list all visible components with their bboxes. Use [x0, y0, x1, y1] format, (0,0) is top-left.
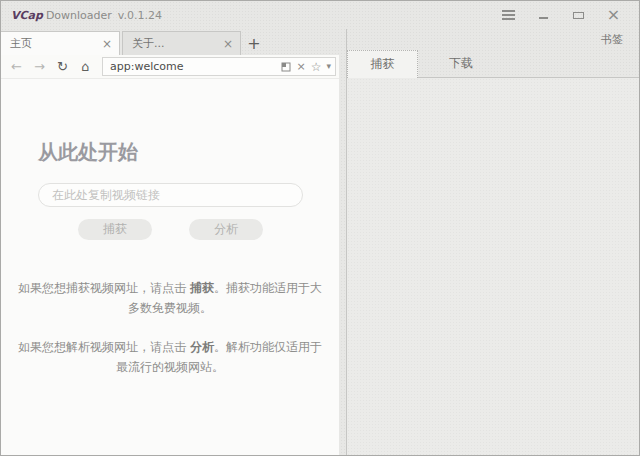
maximize-icon [573, 12, 584, 19]
page-viewport: 从此处开始 捕获 分析 如果您想捕获视频网址，请点击 捕获。捕获功能适用于大多数… [1, 79, 339, 455]
window-controls: × [491, 4, 631, 26]
refresh-icon: ↻ [57, 59, 68, 74]
navigation-bar: ← → ↻ ⌂ × ☆ ▾ [1, 55, 339, 79]
clear-address-icon[interactable]: × [296, 61, 305, 72]
menu-button[interactable] [491, 4, 526, 26]
side-panel: 书签 捕获 下载 [347, 29, 639, 455]
title-bar: VCapDownloaderv.0.1.24 × [1, 1, 639, 29]
panel-tab-capture-label: 捕获 [371, 56, 395, 73]
plus-icon: + [247, 34, 260, 53]
panel-tab-bar: 捕获 下载 [347, 49, 639, 78]
tab-home-close-icon[interactable]: × [102, 38, 112, 50]
app-title: VCapDownloaderv.0.1.24 [11, 9, 162, 22]
panel-tab-download[interactable]: 下载 [426, 49, 496, 77]
pane-splitter[interactable] [339, 29, 347, 455]
bookmarks-row: 书签 [347, 29, 639, 49]
browser-tab-bar: 主页 × 关于... × + [1, 29, 339, 55]
help-analyze-keyword: 分析 [190, 340, 214, 354]
help-paragraph-capture: 如果您想捕获视频网址，请点击 捕获。捕获功能适用于大多数免费视频。 [14, 278, 326, 318]
capture-button[interactable]: 捕获 [78, 219, 152, 240]
forward-icon: → [34, 59, 45, 74]
close-button[interactable]: × [596, 4, 631, 26]
help-analyze-before: 如果您想解析视频网址，请点击 [18, 340, 190, 354]
bookmark-star-icon[interactable]: ☆ [311, 61, 322, 73]
video-link-input[interactable] [38, 183, 303, 207]
help-capture-before: 如果您想捕获视频网址，请点击 [18, 281, 190, 295]
page-title: 从此处开始 [38, 139, 339, 166]
back-button[interactable]: ← [5, 57, 28, 77]
new-tab-button[interactable]: + [241, 31, 267, 55]
home-icon: ⌂ [81, 59, 89, 74]
hamburger-icon [502, 14, 515, 16]
analyze-button[interactable]: 分析 [189, 219, 263, 240]
help-capture-keyword: 捕获 [190, 281, 214, 295]
back-icon: ← [11, 59, 22, 74]
main-area: 主页 × 关于... × + ← → ↻ ⌂ [1, 29, 639, 455]
tab-about-close-icon[interactable]: × [223, 38, 233, 50]
help-text: 如果您想捕获视频网址，请点击 捕获。捕获功能适用于大多数免费视频。 如果您想解析… [1, 278, 339, 377]
app-version: v.0.1.24 [118, 9, 162, 22]
minimize-button[interactable] [526, 4, 561, 26]
app-name: Downloader [46, 9, 112, 22]
tab-home[interactable]: 主页 × [1, 31, 120, 55]
app-window: VCapDownloaderv.0.1.24 × 主页 × 关于... × + [0, 0, 640, 456]
maximize-button[interactable] [561, 4, 596, 26]
browser-pane: 主页 × 关于... × + ← → ↻ ⌂ [1, 29, 339, 455]
tab-about-label: 关于... [132, 36, 165, 51]
home-button[interactable]: ⌂ [74, 57, 97, 77]
tab-home-label: 主页 [10, 36, 32, 51]
bookmarks-button[interactable]: 书签 [601, 32, 623, 47]
save-page-icon[interactable] [281, 62, 291, 72]
capture-list-panel [347, 78, 639, 455]
forward-button[interactable]: → [28, 57, 51, 77]
close-icon: × [607, 7, 620, 23]
refresh-button[interactable]: ↻ [51, 57, 74, 77]
minimize-icon [539, 17, 548, 19]
welcome-content: 从此处开始 捕获 分析 如果您想捕获视频网址，请点击 捕获。捕获功能适用于大多数… [1, 79, 339, 377]
help-paragraph-analyze: 如果您想解析视频网址，请点击 分析。解析功能仅适用于最流行的视频网站。 [14, 337, 326, 377]
panel-tab-capture[interactable]: 捕获 [347, 50, 418, 78]
address-dropdown-icon[interactable]: ▾ [326, 62, 331, 71]
panel-tab-download-label: 下载 [449, 55, 473, 72]
address-bar[interactable]: × ☆ ▾ [102, 57, 336, 76]
action-buttons: 捕获 分析 [38, 219, 303, 240]
address-input[interactable] [110, 59, 276, 74]
app-brand: VCap [11, 9, 43, 22]
tab-about[interactable]: 关于... × [122, 31, 241, 55]
